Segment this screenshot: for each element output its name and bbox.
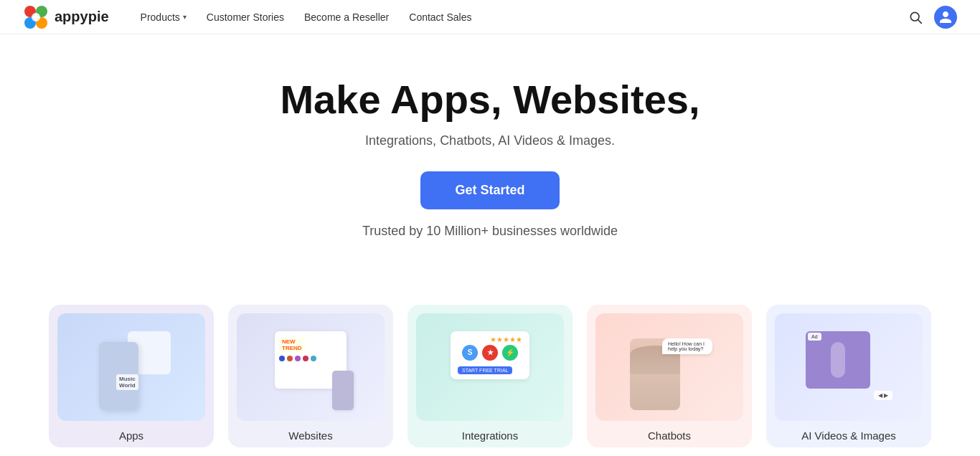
ai-controls: ◀ ▶ [874,391,892,400]
websites-dots [279,356,342,361]
websites-badge: NEWTREND [279,337,305,353]
navbar: appypie Products ▾ Customer Stories Beco… [0,0,980,34]
avatar [934,6,957,29]
product-cards: MusicWorld Apps NEWTREND [0,290,980,447]
chatbots-mockup: Hello! How can I help you today? [623,324,716,410]
nav-customer-stories[interactable]: Customer Stories [198,9,293,26]
card-integrations-label: Integrations [462,421,518,447]
card-ai-label: AI Videos & Images [801,421,895,447]
svg-line-6 [918,19,922,23]
chevron-down-icon: ▾ [183,13,187,21]
card-chatbots-image: Hello! How can I help you today? [595,313,743,421]
websites-mockup: NEWTREND [264,324,357,410]
card-websites[interactable]: NEWTREND Websites [228,305,393,447]
ai-mockup: Ad ◀ ▶ [802,324,895,410]
avatar-button[interactable] [934,6,957,29]
logo-text: appypie [55,9,109,25]
nav-become-reseller[interactable]: Become a Reseller [296,9,397,26]
card-apps-label: Apps [119,421,143,447]
nav-products[interactable]: Products ▾ [132,9,195,26]
card-websites-label: Websites [288,421,332,447]
card-ai[interactable]: Ad ◀ ▶ AI Videos & Images [766,305,931,447]
card-integrations-image: ★★★★★ S ★ ⚡ START FREE TRIAL [416,313,564,421]
svg-point-4 [32,13,40,22]
card-chatbots[interactable]: Hello! How can I help you today? Chatbot… [587,305,752,447]
nav-right [908,6,957,29]
card-integrations[interactable]: ★★★★★ S ★ ⚡ START FREE TRIAL Integration… [407,305,573,447]
search-button[interactable] [908,10,923,24]
card-apps[interactable]: MusicWorld Apps [49,305,214,447]
apps-mockup: MusicWorld [85,324,178,410]
integrations-mockup: ★★★★★ S ★ ⚡ START FREE TRIAL [443,324,537,410]
chat-bubble: Hello! How can I help you today? [662,338,712,354]
card-ai-image: Ad ◀ ▶ [775,313,923,421]
logo-icon [23,4,49,30]
hero-section: Make Apps, Websites, Integrations, Chatb… [0,34,980,290]
hero-subheadline: Integrations, Chatbots, AI Videos & Imag… [365,133,615,148]
integration-btn[interactable]: START FREE TRIAL [458,366,512,374]
card-apps-image: MusicWorld [57,313,205,421]
nav-contact-sales[interactable]: Contact Sales [400,9,480,26]
trust-text: Trusted by 10 Million+ businesses worldw… [362,224,618,239]
card-chatbots-label: Chatbots [648,421,691,447]
user-icon [938,10,953,24]
get-started-button[interactable]: Get Started [420,171,559,209]
stars: ★★★★★ [458,336,522,343]
card-websites-image: NEWTREND [237,313,385,421]
logo[interactable]: appypie [23,4,109,30]
search-icon [908,10,923,24]
nav-links: Products ▾ Customer Stories Become a Res… [132,9,908,26]
hero-headline: Make Apps, Websites, [280,77,699,122]
ai-label-bar: Ad [808,333,821,341]
